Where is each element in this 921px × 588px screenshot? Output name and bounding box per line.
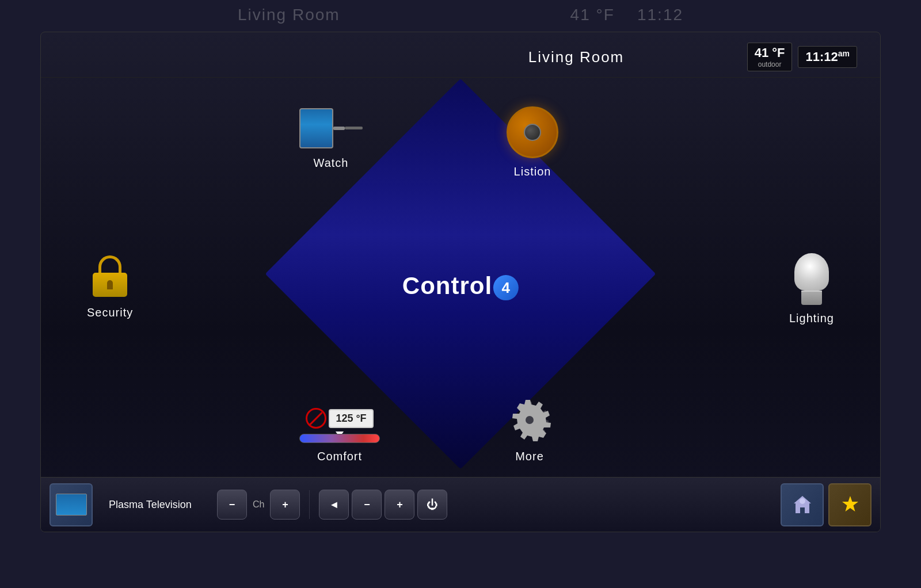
comfort-display: 125 °F — [306, 408, 373, 429]
header-right: 41 °F outdoor 11:12am — [747, 43, 857, 71]
time-suffix: am — [838, 49, 850, 58]
bg-temp-label: 41 °F 11:12 — [570, 6, 683, 24]
logo-number: 4 — [493, 275, 519, 300]
header: Living Room 41 °F outdoor 11:12am — [41, 32, 880, 78]
temperature-value: 41 °F — [755, 45, 785, 60]
security-item[interactable]: Security — [87, 253, 133, 319]
tv-screen — [299, 108, 333, 148]
lighting-item[interactable]: Lighting — [789, 253, 834, 325]
device-name: Plasma Television — [97, 499, 212, 511]
home-icon — [791, 493, 814, 516]
ch-plus-button[interactable]: + — [270, 490, 300, 520]
ch-label: Ch — [250, 499, 267, 510]
mute-button[interactable]: ◄ — [319, 490, 349, 520]
channel-controls: − Ch + — [217, 490, 300, 520]
comfort-icon: 125 °F — [299, 408, 380, 443]
comfort-temp: 125 °F — [329, 409, 373, 428]
listen-item[interactable]: Listion — [507, 106, 558, 178]
more-item[interactable]: More — [507, 397, 553, 463]
main-panel: Living Room 41 °F outdoor 11:12am Contro… — [40, 32, 881, 532]
bg-room-label: Living Room — [238, 6, 340, 24]
bulb-head — [794, 253, 829, 291]
favorites-button[interactable] — [828, 483, 871, 526]
tv-base — [345, 127, 363, 129]
watch-label: Watch — [314, 156, 349, 170]
logo-text: Control — [402, 272, 492, 299]
thermometer-bar — [299, 434, 380, 443]
no-icon — [306, 408, 326, 429]
tv-stand — [333, 127, 345, 130]
gear-icon — [507, 397, 553, 443]
separator-1 — [309, 490, 310, 519]
temperature-label: outdoor — [755, 60, 785, 68]
vol-minus-button[interactable]: − — [352, 490, 382, 520]
speaker-center — [524, 124, 541, 141]
content-area: Control4 Watch Listion — [41, 78, 880, 498]
thumb-screen — [56, 494, 87, 516]
power-button[interactable]: ⏻ — [417, 490, 447, 520]
lock-shackle — [98, 255, 121, 273]
watch-item[interactable]: Watch — [299, 106, 363, 170]
lighting-label: Lighting — [789, 312, 834, 325]
control4-logo: Control4 — [402, 272, 519, 300]
security-label: Security — [87, 306, 133, 319]
bulb-base — [801, 291, 822, 305]
lock-icon — [90, 253, 130, 299]
bulb-icon — [791, 253, 832, 305]
room-title: Living Room — [405, 48, 747, 66]
more-label: More — [515, 450, 544, 463]
gear-svg — [507, 397, 553, 443]
comfort-label: Comfort — [317, 450, 362, 463]
watch-icon — [299, 106, 363, 150]
lock-body — [93, 273, 127, 297]
time-box: 11:12am — [798, 46, 857, 67]
device-thumbnail[interactable] — [50, 483, 93, 526]
ch-minus-button[interactable]: − — [217, 490, 247, 520]
time-main: 11:12 — [805, 50, 838, 64]
temperature-box: 41 °F outdoor — [747, 43, 793, 71]
no-diagonal — [310, 411, 323, 425]
bottom-bar: Plasma Television − Ch + ◄ − + ⏻ — [41, 477, 880, 532]
listen-label: Listion — [514, 165, 551, 178]
lock-keyhole — [107, 280, 113, 289]
star-icon — [839, 493, 862, 516]
vol-plus-button[interactable]: + — [385, 490, 414, 520]
home-button[interactable] — [781, 483, 824, 526]
volume-controls: ◄ − + ⏻ — [319, 490, 447, 520]
svg-point-0 — [800, 498, 805, 504]
time-value: 11:12am — [805, 49, 850, 64]
speaker-icon — [507, 106, 558, 158]
comfort-item[interactable]: 125 °F Comfort — [299, 408, 380, 463]
